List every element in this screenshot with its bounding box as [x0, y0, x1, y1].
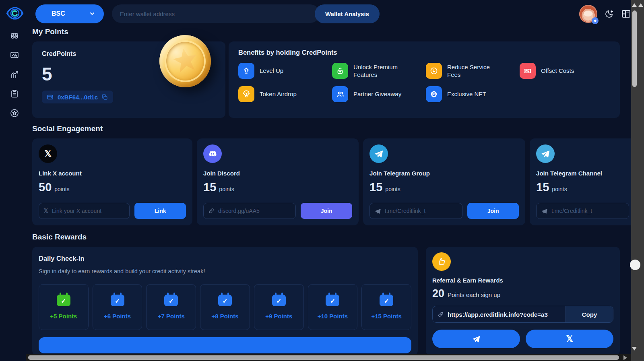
benefit-item-partner-giveaway: Partner Giveaway — [332, 86, 423, 102]
share-telegram-button[interactable] — [432, 330, 520, 348]
referral-points-value: 20 — [432, 287, 444, 300]
telegram-logo-icon — [536, 144, 555, 163]
social-card-title: Link X account — [39, 170, 186, 177]
scroll-up-arrow[interactable] — [638, 3, 643, 7]
sidebar-item-screen-analysis[interactable] — [9, 50, 20, 60]
dark-mode-toggle-icon[interactable] — [604, 8, 614, 19]
x-account-input[interactable] — [52, 208, 125, 214]
avatar-network-badge: ◆ — [592, 17, 599, 24]
x-account-field[interactable]: 𝕏 — [39, 203, 130, 219]
sidebar-item-rewards[interactable] — [9, 108, 20, 118]
vertical-scroll-thumb[interactable] — [632, 10, 637, 87]
wallet-address-text: 0xBF64...0d1c — [58, 94, 98, 101]
checkin-tile[interactable]: ✓ +6 Points — [93, 284, 142, 330]
telegram-channel-field[interactable] — [536, 203, 629, 219]
link-x-button[interactable]: Link — [134, 203, 186, 219]
vertical-scrollbar[interactable] — [631, 0, 644, 361]
x-icon: 𝕏 — [43, 207, 48, 215]
benefit-label: Level Up — [260, 67, 283, 75]
social-card-telegram-channel: Join Telegram Channel 15points Join — [530, 138, 644, 225]
app-window: BSC Wallet Analysis ◆ My Points CredPoin… — [0, 0, 644, 361]
benefit-item-token-airdrop: Token Airdrop — [238, 86, 329, 102]
credpoints-card: CredPoints 5 0xBF64...0d1c — [32, 41, 225, 118]
wallet-analysis-button[interactable]: Wallet Analysis — [315, 4, 380, 23]
sidebar-item-reports[interactable] — [9, 89, 20, 99]
checkin-tile[interactable]: ✓ +7 Points — [146, 284, 196, 330]
referral-link-field[interactable]: https://app.creditlink.info?code=a3 — [433, 306, 566, 322]
daily-checkin-card: Daily Check-In Sign in daily to earn rew… — [32, 247, 418, 355]
coin-star-icon — [171, 46, 200, 75]
x-logo-icon: 𝕏 — [39, 144, 57, 163]
social-points-suffix: points — [552, 186, 567, 192]
referral-title: Referral & Earn Rewards — [432, 277, 613, 284]
telegram-group-field[interactable] — [369, 203, 462, 219]
benefits-heading: Benefits by holding CredPoints — [238, 49, 610, 56]
sidebar-item-stats[interactable] — [9, 69, 20, 80]
social-card-telegram-group: Join Telegram Group 15points Join — [363, 138, 525, 225]
svg-text:NFT: NFT — [432, 93, 436, 95]
parachute-icon — [238, 86, 254, 102]
checkin-tile[interactable]: ✓ +10 Points — [308, 284, 358, 330]
calendar-check-icon: ✓ — [218, 295, 232, 306]
copy-icon[interactable] — [101, 94, 108, 101]
benefit-label: Token Airdrop — [260, 90, 297, 98]
copy-button[interactable]: Copy — [566, 306, 613, 322]
benefit-label: Exclusive NFT — [447, 90, 486, 98]
referral-card: Referral & Earn Rewards 20 Points each s… — [426, 247, 620, 355]
scroll-up-arrow[interactable] — [632, 3, 637, 7]
benefit-item-exclusive-nft: NFT Exclusive NFT — [426, 86, 516, 102]
social-points-suffix: points — [385, 186, 400, 192]
discord-link-field[interactable] — [203, 203, 296, 219]
telegram-group-input[interactable] — [385, 208, 458, 214]
checkin-tile[interactable]: ✓ +8 Points — [200, 284, 250, 330]
social-points-value: 50 — [39, 181, 52, 194]
users-icon — [332, 86, 348, 102]
horizontal-scrollbar[interactable] — [26, 354, 631, 361]
social-card-discord: Join Discord 15points Join — [197, 138, 359, 225]
benefit-label: Offset Costs — [541, 67, 574, 75]
benefits-card: Benefits by holding CredPoints Level Up … — [229, 41, 620, 118]
join-discord-button[interactable]: Join — [301, 203, 352, 219]
wallet-address-input[interactable] — [112, 4, 320, 23]
daily-checkin-subtitle: Sign in daily to earn rewards and build … — [39, 268, 411, 274]
social-points-value: 15 — [203, 181, 216, 194]
network-select-button[interactable]: BSC — [35, 4, 104, 23]
scroll-right-arrow[interactable] — [623, 355, 627, 360]
telegram-channel-input[interactable] — [551, 208, 624, 214]
thumbs-up-icon — [432, 252, 451, 271]
social-points-value: 15 — [369, 181, 382, 194]
discord-link-input[interactable] — [218, 208, 291, 214]
app-logo-icon[interactable] — [6, 4, 24, 23]
sidebar-item-ai-analysis[interactable] — [9, 31, 20, 41]
social-points-suffix: points — [219, 186, 234, 192]
benefit-label: Partner Giveaway — [353, 90, 401, 98]
checkin-tile[interactable]: ✓ +9 Points — [254, 284, 304, 330]
unlock-icon — [332, 63, 348, 79]
benefit-label: Unlock Premium Features — [353, 63, 408, 79]
tile-label: +7 Points — [158, 313, 185, 320]
share-x-button[interactable]: 𝕏 — [526, 330, 613, 348]
tile-label: +10 Points — [318, 313, 348, 320]
wallet-address-pill[interactable]: 0xBF64...0d1c — [42, 91, 113, 103]
referral-link-text: https://app.creditlink.info?code=a3 — [448, 311, 548, 318]
social-points-value: 15 — [536, 181, 549, 194]
floating-widget[interactable] — [630, 260, 640, 270]
scroll-down-arrow[interactable] — [632, 347, 637, 351]
nft-badge-icon: NFT — [426, 86, 442, 102]
avatar[interactable]: ◆ — [579, 5, 597, 23]
join-telegram-group-button[interactable]: Join — [467, 203, 519, 219]
benefit-item-reduce-fees: Reduce Service Fees — [426, 63, 516, 79]
layout-grid-icon[interactable] — [621, 8, 631, 19]
social-card-x: 𝕏 Link X account 50points 𝕏 Link — [32, 138, 192, 225]
checkin-tile[interactable]: ✓ +15 Points — [361, 284, 411, 330]
main-content: My Points CredPoints 5 0xBF64...0d1c Ben… — [32, 27, 620, 355]
benefit-label: Reduce Service Fees — [447, 63, 502, 79]
checkin-tile[interactable]: ✓ +5 Points — [39, 284, 89, 330]
wallet-icon — [47, 93, 54, 101]
social-points-suffix: points — [54, 186, 69, 192]
checkin-button[interactable] — [39, 337, 411, 353]
horizontal-scroll-thumb[interactable] — [28, 355, 619, 360]
tile-label: +5 Points — [50, 313, 77, 320]
arrow-down-circle-icon — [426, 63, 442, 79]
tile-label: +9 Points — [265, 313, 292, 320]
